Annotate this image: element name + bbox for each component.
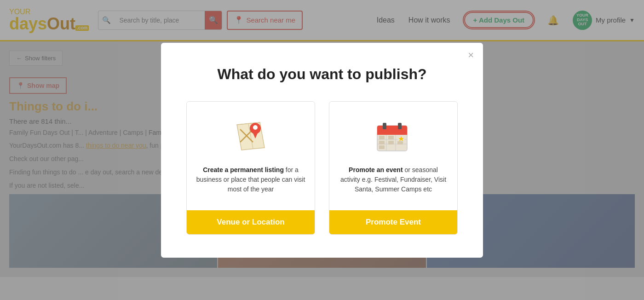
svg-rect-18 — [388, 136, 394, 139]
svg-rect-12 — [398, 123, 402, 129]
event-icon — [373, 115, 414, 157]
modal-overlay: × What do you want to publish? — [0, 0, 644, 300]
event-text-bold: Promote an event — [349, 166, 402, 173]
svg-point-6 — [253, 125, 258, 130]
venue-card-text: Create a permanent listing for a busines… — [196, 165, 305, 194]
svg-rect-19 — [379, 141, 385, 144]
svg-rect-17 — [379, 136, 385, 139]
svg-rect-20 — [388, 141, 394, 144]
svg-rect-21 — [397, 141, 403, 144]
venue-text-bold: Create a permanent listing — [203, 166, 284, 173]
event-card[interactable]: Promote an event or seasonal activity e.… — [329, 101, 458, 235]
venue-button[interactable]: Venue or Location — [187, 210, 315, 234]
modal-cards: Create a permanent listing for a busines… — [184, 101, 460, 235]
venue-icon — [230, 115, 271, 157]
modal-title: What do you want to publish? — [184, 66, 460, 83]
publish-modal: × What do you want to publish? — [161, 43, 483, 258]
venue-card[interactable]: Create a permanent listing for a busines… — [186, 101, 315, 235]
event-card-body: Promote an event or seasonal activity e.… — [329, 102, 457, 201]
event-button[interactable]: Promote Event — [329, 210, 457, 234]
svg-rect-22 — [379, 145, 385, 149]
svg-rect-10 — [377, 130, 407, 135]
svg-rect-11 — [383, 123, 386, 129]
venue-card-body: Create a permanent listing for a busines… — [187, 102, 315, 201]
event-card-text: Promote an event or seasonal activity e.… — [339, 165, 448, 194]
modal-close-button[interactable]: × — [468, 50, 474, 60]
